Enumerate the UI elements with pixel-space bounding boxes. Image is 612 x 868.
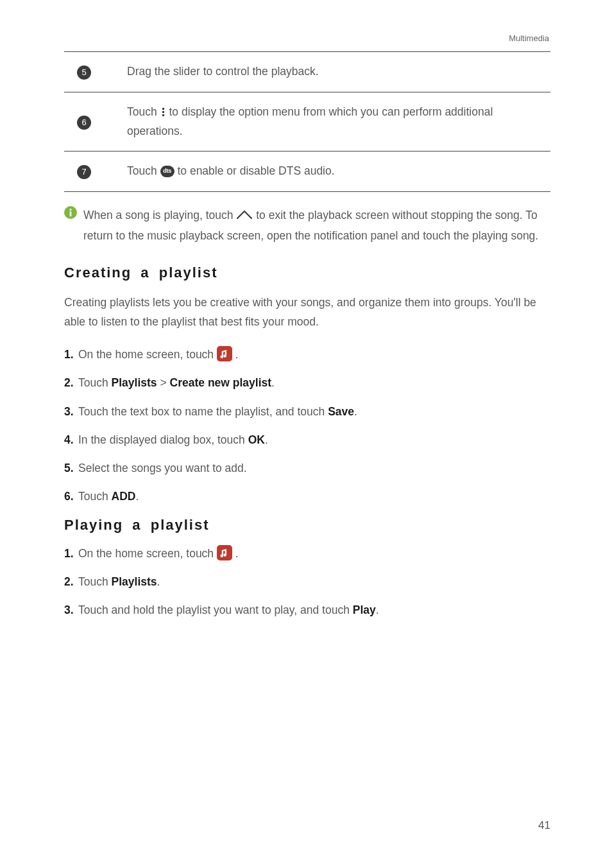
step-text: Touch the text box to name the playlist,… — [78, 405, 328, 418]
list-item: 1. On the home screen, touch . — [64, 545, 550, 562]
svg-rect-3 — [217, 346, 232, 361]
callout-badge-5: 5 — [77, 65, 91, 80]
step-text: Touch — [78, 376, 112, 389]
music-app-icon — [217, 545, 232, 560]
step-text: On the home screen, touch — [78, 348, 217, 361]
creating-lead-text: Creating playlists lets you be creative … — [64, 293, 550, 332]
overflow-menu-icon — [162, 108, 164, 116]
step-number: 2. — [64, 374, 74, 391]
ui-label-create-new-playlist: Create new playlist — [170, 376, 272, 389]
step-number: 1. — [64, 545, 74, 562]
step-text: Select the songs you want to add. — [78, 462, 247, 474]
svg-point-1 — [69, 209, 71, 211]
step-number: 5. — [64, 460, 74, 476]
row-7-text-before: Touch — [127, 164, 160, 177]
step-text: On the home screen, touch — [78, 547, 217, 560]
step-text: . — [235, 547, 239, 560]
step-text: . — [376, 603, 379, 616]
step-text: . — [265, 433, 268, 446]
controls-table: 5 Drag the slider to control the playbac… — [64, 51, 550, 192]
list-item: 6. Touch ADD. — [64, 488, 550, 505]
ui-label-add: ADD — [112, 490, 136, 503]
step-text: . — [354, 405, 357, 418]
svg-rect-2 — [70, 211, 72, 216]
callout-badge-6: 6 — [77, 116, 91, 130]
ui-label-playlists: Playlists — [112, 376, 157, 389]
step-text: Touch — [78, 490, 112, 503]
ui-label-play: Play — [353, 603, 376, 616]
step-number: 1. — [64, 346, 74, 363]
callout-badge-7: 7 — [77, 165, 91, 179]
info-icon — [64, 206, 77, 219]
step-text: In the displayed dialog box, touch — [78, 433, 248, 446]
creating-steps: 1. On the home screen, touch . 2. Touch … — [64, 346, 550, 505]
home-outline-icon — [236, 209, 253, 220]
table-row: 7 Touch dts to enable or disable DTS aud… — [64, 152, 550, 192]
heading-playing-playlist: Playing a playlist — [64, 517, 550, 534]
table-row: 6 Touch to display the option menu from … — [64, 92, 550, 152]
svg-rect-4 — [217, 545, 232, 560]
list-item: 3. Touch and hold the playlist you want … — [64, 602, 550, 618]
step-number: 4. — [64, 431, 74, 448]
header-section-label: Multimedia — [509, 33, 549, 43]
step-text: . — [157, 575, 160, 588]
ui-label-save: Save — [328, 405, 354, 418]
table-row: 5 Drag the slider to control the playbac… — [64, 52, 550, 92]
list-item: 1. On the home screen, touch . — [64, 346, 550, 363]
list-item: 4. In the displayed dialog box, touch OK… — [64, 431, 550, 448]
list-item: 2. Touch Playlists. — [64, 573, 550, 590]
ui-label-playlists: Playlists — [112, 575, 157, 588]
info-note: When a song is playing, touch to exit th… — [64, 205, 550, 247]
list-item: 3. Touch the text box to name the playli… — [64, 403, 550, 420]
ui-label-ok: OK — [248, 433, 265, 446]
row-5-text: Drag the slider to control the playback. — [122, 52, 550, 92]
row-7-text-after: to enable or disable DTS audio. — [177, 164, 334, 177]
step-text: . — [235, 348, 239, 361]
playing-steps: 1. On the home screen, touch . 2. Touch … — [64, 545, 550, 619]
step-text: . — [135, 490, 139, 503]
row-6-text-after: to display the option menu from which yo… — [127, 105, 493, 137]
step-number: 2. — [64, 573, 74, 590]
list-item: 5. Select the songs you want to add. — [64, 460, 550, 476]
step-text: Touch — [78, 575, 112, 588]
row-6-text-before: Touch — [127, 105, 160, 118]
info-text-before: When a song is playing, touch — [83, 209, 236, 221]
list-item: 2. Touch Playlists > Create new playlist… — [64, 374, 550, 391]
step-number: 3. — [64, 403, 74, 420]
step-text: > — [157, 376, 170, 389]
heading-creating-playlist: Creating a playlist — [64, 265, 550, 281]
step-number: 6. — [64, 488, 74, 505]
music-app-icon — [217, 346, 232, 361]
dts-icon: dts — [160, 166, 174, 177]
step-text: . — [271, 376, 275, 389]
page-number: 41 — [538, 819, 550, 832]
step-text: Touch and hold the playlist you want to … — [78, 603, 353, 616]
step-number: 3. — [64, 602, 74, 618]
